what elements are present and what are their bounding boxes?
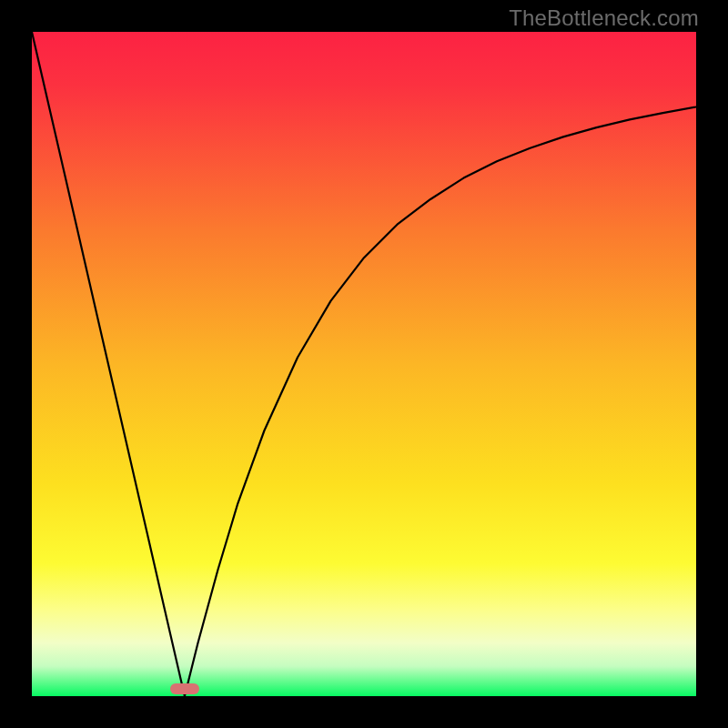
- optimum-marker: [170, 683, 199, 694]
- chart-frame: TheBottleneck.com: [0, 0, 728, 728]
- bottleneck-curve: [32, 32, 696, 696]
- watermark-text: TheBottleneck.com: [509, 5, 699, 31]
- plot-area: [32, 32, 696, 696]
